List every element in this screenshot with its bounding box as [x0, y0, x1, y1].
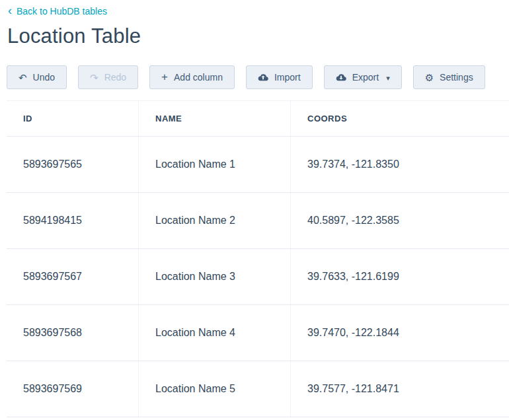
- import-button[interactable]: Import: [246, 65, 313, 89]
- undo-label: Undo: [33, 72, 55, 83]
- cell-coords[interactable]: 39.7633, -121.6199: [291, 249, 509, 304]
- add-column-label: Add column: [174, 72, 223, 83]
- toolbar: ↶ Undo ↷ Redo + Add column Import Export…: [7, 65, 509, 89]
- cell-name[interactable]: Location Name 2: [139, 193, 291, 248]
- caret-down-icon: ▾: [386, 74, 390, 83]
- cell-id[interactable]: 5893697567: [7, 249, 139, 304]
- cell-name[interactable]: Location Name 3: [139, 249, 291, 304]
- export-button[interactable]: Export ▾: [324, 65, 402, 89]
- cell-id[interactable]: 5893697568: [7, 305, 139, 361]
- table-row: 5893697565 Location Name 1 39.7374, -121…: [7, 137, 509, 193]
- undo-icon: ↶: [19, 73, 27, 83]
- cell-name[interactable]: Location Name 5: [139, 361, 291, 417]
- column-header-coords[interactable]: COORDS: [291, 101, 509, 136]
- table-row: 5893697567 Location Name 3 39.7633, -121…: [7, 249, 509, 305]
- column-header-name[interactable]: NAME: [139, 101, 291, 136]
- add-column-button[interactable]: + Add column: [149, 65, 235, 89]
- settings-button[interactable]: ⚙ Settings: [413, 65, 485, 89]
- cell-coords[interactable]: 39.7374, -121.8350: [291, 137, 509, 192]
- redo-icon: ↷: [90, 73, 98, 83]
- import-label: Import: [274, 72, 301, 83]
- hubdb-table: ID NAME COORDS 5893697565 Location Name …: [7, 100, 509, 417]
- back-link-label: Back to HubDB tables: [17, 6, 107, 17]
- cell-id[interactable]: 5894198415: [7, 193, 139, 248]
- settings-label: Settings: [440, 72, 473, 83]
- redo-button[interactable]: ↷ Redo: [78, 65, 138, 89]
- gear-icon: ⚙: [425, 73, 434, 83]
- table-header-row: ID NAME COORDS: [7, 101, 509, 137]
- table-row: 5894198415 Location Name 2 40.5897, -122…: [7, 193, 509, 249]
- export-label: Export: [352, 72, 379, 83]
- column-header-id[interactable]: ID: [7, 101, 139, 136]
- cell-name[interactable]: Location Name 4: [139, 305, 291, 361]
- cell-coords[interactable]: 39.7577, -121.8471: [291, 361, 509, 417]
- back-chevron-icon: ‹: [8, 5, 12, 17]
- table-row: 5893697569 Location Name 5 39.7577, -121…: [7, 361, 509, 417]
- cell-id[interactable]: 5893697569: [7, 361, 139, 417]
- page-title: Location Table: [7, 24, 509, 48]
- cell-id[interactable]: 5893697565: [7, 137, 139, 192]
- table-row: 5893697568 Location Name 4 39.7470, -122…: [7, 305, 509, 361]
- redo-label: Redo: [104, 72, 126, 83]
- plus-icon: +: [161, 71, 168, 83]
- cell-coords[interactable]: 40.5897, -122.3585: [291, 193, 509, 248]
- cell-coords[interactable]: 39.7470, -122.1844: [291, 305, 509, 361]
- back-link[interactable]: ‹ Back to HubDB tables: [8, 5, 107, 17]
- cloud-download-icon: [336, 73, 346, 82]
- undo-button[interactable]: ↶ Undo: [7, 65, 67, 89]
- cell-name[interactable]: Location Name 1: [139, 137, 291, 192]
- cloud-upload-icon: [258, 73, 268, 82]
